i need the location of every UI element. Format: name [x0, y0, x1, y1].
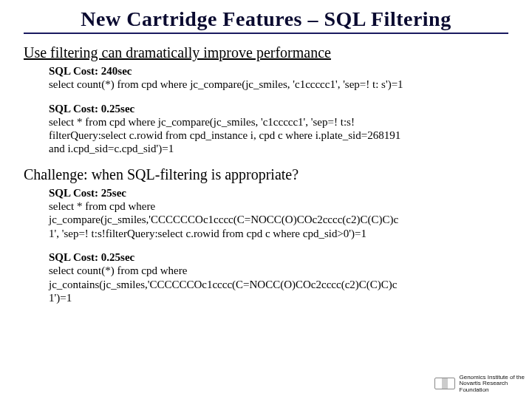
sql-line: select count(*) from cpd where jc_compar…	[49, 78, 508, 91]
sql-line: jc_compare(jc_smiles,'CCCCCCOc1cccc(C=NO…	[49, 213, 508, 226]
sql-line: select * from cpd where jc_compare(jc_sm…	[49, 115, 508, 129]
sql-cost-4: SQL Cost: 0.25sec	[49, 250, 508, 264]
slide-title: New Cartridge Features – SQL Filtering	[24, 7, 508, 31]
sql-cost-3: SQL Cost: 25sec	[49, 186, 508, 200]
sql-line: select * from cpd where	[49, 200, 508, 213]
sql-line: jc_contains(jc_smiles,'CCCCCCOc1cccc(C=N…	[49, 278, 508, 291]
title-rule: New Cartridge Features – SQL Filtering	[24, 7, 508, 34]
sql-cost-1: SQL Cost: 240sec	[49, 64, 508, 78]
code-block-1: SQL Cost: 240sec select count(*) from cp…	[49, 64, 508, 92]
sql-line: select count(*) from cpd where	[49, 264, 508, 277]
sql-line: filterQuery:select c.rowid from cpd_inst…	[49, 129, 508, 142]
sql-line: and i.cpd_sid=c.cpd_sid')=1	[49, 142, 508, 155]
footer: Genomics Institute of the Novartis Resea…	[434, 375, 525, 393]
sql-cost-2: SQL Cost: 0.25sec	[49, 102, 508, 115]
section-heading-2: Challenge: when SQL-filtering is appropr…	[24, 166, 508, 183]
slide: New Cartridge Features – SQL Filtering U…	[0, 0, 532, 304]
section-heading-1: Use filtering can dramatically improve p…	[24, 44, 508, 61]
footer-text: Genomics Institute of the Novartis Resea…	[460, 375, 525, 393]
sql-line: 1')=1	[49, 291, 508, 304]
code-block-3: SQL Cost: 25sec select * from cpd where …	[49, 186, 508, 240]
gnf-logo-icon	[434, 378, 455, 389]
code-block-2: SQL Cost: 0.25sec select * from cpd wher…	[49, 102, 508, 156]
footer-line: Foundation	[460, 387, 525, 393]
code-block-4: SQL Cost: 0.25sec select count(*) from c…	[49, 250, 508, 304]
sql-line: 1', 'sep=! t:s!filterQuery:select c.rowi…	[49, 227, 508, 240]
